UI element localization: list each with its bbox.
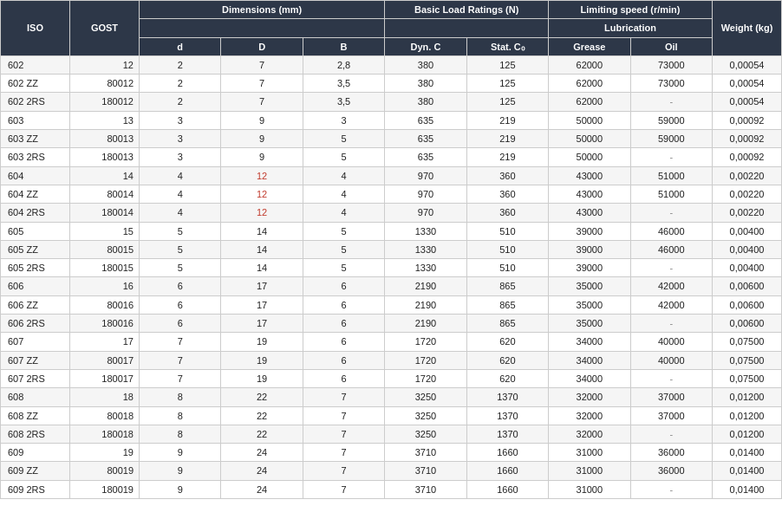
table-cell: 180015 [70, 259, 140, 277]
table-cell: 34000 [549, 369, 630, 387]
table-cell: 635 [385, 130, 466, 148]
table-cell: 43000 [549, 166, 630, 185]
table-cell: 59000 [630, 111, 712, 129]
table-cell: 32000 [549, 388, 630, 406]
header-col-d: d [140, 37, 221, 55]
table-cell: 0,00054 [713, 93, 782, 111]
table-cell: 380 [385, 75, 466, 93]
table-cell: - [630, 315, 712, 333]
table-cell: 24 [221, 480, 303, 498]
table-cell: 3 [140, 111, 221, 129]
table-cell: 125 [466, 93, 548, 111]
table-cell: 0,01400 [713, 444, 782, 462]
table-cell: 35000 [549, 315, 630, 333]
table-row: 604 2RS180014412497036043000-0,00220 [1, 204, 782, 222]
table-cell: 31000 [549, 462, 630, 480]
table-cell: - [630, 259, 712, 277]
table-cell: 80019 [70, 462, 140, 480]
table-cell: 14 [221, 259, 303, 277]
table-row: 605 2RS1800155145133051039000-0,00400 [1, 259, 782, 277]
header-col-statc₀: Stat. C₀ [466, 37, 548, 55]
table-cell: 3250 [385, 425, 466, 443]
table-cell: 8 [140, 406, 221, 425]
table-cell: 7 [221, 55, 303, 74]
table-cell: 180016 [70, 315, 140, 333]
table-cell: 1330 [385, 240, 466, 258]
table-cell: 510 [466, 240, 548, 258]
table-cell: 609 [1, 444, 70, 462]
table-cell: 62000 [549, 55, 630, 74]
table-cell: 39000 [549, 222, 630, 240]
table-cell: 7 [303, 388, 384, 406]
table-cell: 22 [221, 425, 303, 443]
table-cell: 12 [70, 55, 140, 74]
table-cell: 22 [221, 406, 303, 425]
table-cell: 7 [140, 351, 221, 369]
table-row: 603 ZZ8001339563521950000590000,00092 [1, 130, 782, 148]
table-cell: 2 [140, 93, 221, 111]
table-cell: 17 [221, 295, 303, 314]
table-cell: 0,00054 [713, 55, 782, 74]
table-cell: 0,00600 [713, 295, 782, 314]
table-cell: 5 [140, 222, 221, 240]
table-cell: 6 [303, 333, 384, 351]
table-cell: 1370 [466, 425, 548, 443]
table-cell: 608 ZZ [1, 406, 70, 425]
table-cell: 6 [140, 315, 221, 333]
table-cell: 3710 [385, 462, 466, 480]
table-cell: 62000 [549, 93, 630, 111]
table-cell: 34000 [549, 333, 630, 351]
table-cell: 0,00092 [713, 111, 782, 129]
table-cell: 80016 [70, 295, 140, 314]
table-cell: 12 [221, 166, 303, 185]
table-cell: 9 [140, 462, 221, 480]
table-cell: 0,07500 [713, 333, 782, 351]
table-cell: 14 [70, 166, 140, 185]
table-row: 602 ZZ80012273,538012562000730000,00054 [1, 75, 782, 93]
table-cell: 5 [303, 222, 384, 240]
table-cell: 7 [303, 480, 384, 498]
table-cell: 32000 [549, 425, 630, 443]
table-cell: 0,07500 [713, 369, 782, 387]
table-cell: - [630, 93, 712, 111]
table-cell: 12 [221, 185, 303, 203]
table-row: 6091992473710166031000360000,01400 [1, 444, 782, 462]
table-cell: 9 [140, 480, 221, 498]
table-cell: 620 [466, 369, 548, 387]
table-cell: 607 ZZ [1, 351, 70, 369]
table-cell: 0,01200 [713, 406, 782, 425]
table-cell: 22 [221, 388, 303, 406]
table-cell: 0,01400 [713, 480, 782, 498]
table-cell: 8 [140, 425, 221, 443]
table-cell: 2 [140, 75, 221, 93]
header-col-grease: Grease [549, 37, 630, 55]
table-cell: 24 [221, 444, 303, 462]
table-cell: 42000 [630, 277, 712, 295]
table-cell: 1660 [466, 480, 548, 498]
table-row: 603 2RS18001339563521950000-0,00092 [1, 148, 782, 166]
table-cell: 7 [303, 462, 384, 480]
table-cell: 180012 [70, 93, 140, 111]
table-cell: 50000 [549, 148, 630, 166]
table-row: 6081882273250137032000370000,01200 [1, 388, 782, 406]
table-cell: 1370 [466, 406, 548, 425]
table-cell: 50000 [549, 130, 630, 148]
table-cell: 1660 [466, 462, 548, 480]
table-cell: 37000 [630, 406, 712, 425]
table-row: 607177196172062034000400000,07500 [1, 333, 782, 351]
table-cell: 12 [221, 204, 303, 222]
table-cell: 603 ZZ [1, 130, 70, 148]
table-cell: 1720 [385, 369, 466, 387]
table-cell: 7 [221, 75, 303, 93]
table-row: 60212272,838012562000730000,00054 [1, 55, 782, 74]
table-cell: 6 [140, 295, 221, 314]
table-cell: 80018 [70, 406, 140, 425]
table-cell: 73000 [630, 55, 712, 74]
table-cell: 2190 [385, 277, 466, 295]
table-cell: 605 [1, 222, 70, 240]
table-cell: 0,00400 [713, 222, 782, 240]
header-col-d: D [221, 37, 303, 55]
table-cell: 18 [70, 388, 140, 406]
header-gost: GOST [70, 1, 140, 56]
table-cell: 602 [1, 55, 70, 74]
